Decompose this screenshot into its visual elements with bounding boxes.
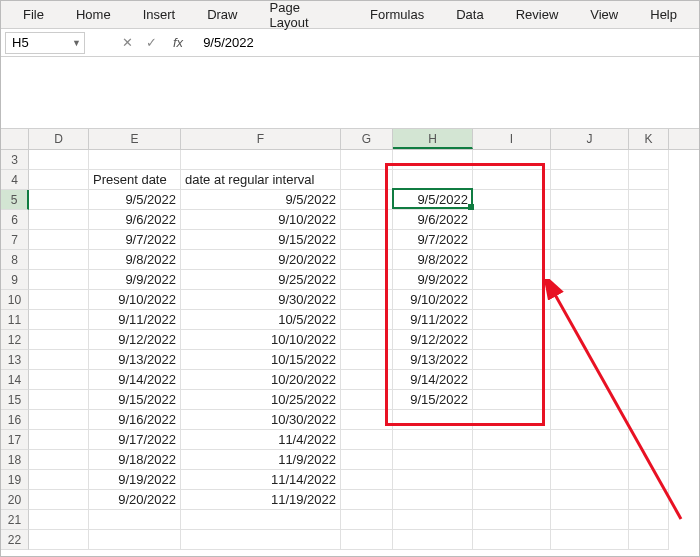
cell[interactable]: 9/11/2022 <box>393 310 473 330</box>
cell[interactable] <box>341 250 393 270</box>
cell[interactable]: 10/20/2022 <box>181 370 341 390</box>
col-header-j[interactable]: J <box>551 129 629 149</box>
cell[interactable] <box>341 310 393 330</box>
row-header-16[interactable]: 16 <box>1 410 29 430</box>
cell[interactable] <box>393 490 473 510</box>
col-header-d[interactable]: D <box>29 129 89 149</box>
cell[interactable] <box>341 170 393 190</box>
cell[interactable] <box>629 370 669 390</box>
row-header-8[interactable]: 8 <box>1 250 29 270</box>
tab-data[interactable]: Data <box>442 3 497 26</box>
cell[interactable] <box>473 150 551 170</box>
cell[interactable]: 10/15/2022 <box>181 350 341 370</box>
col-header-i[interactable]: I <box>473 129 551 149</box>
tab-page-layout[interactable]: Page Layout <box>256 0 353 34</box>
cell[interactable]: 9/14/2022 <box>393 370 473 390</box>
cell[interactable] <box>629 190 669 210</box>
cell[interactable]: 9/8/2022 <box>393 250 473 270</box>
cell[interactable]: 11/9/2022 <box>181 450 341 470</box>
tab-view[interactable]: View <box>576 3 632 26</box>
cell[interactable] <box>341 230 393 250</box>
cell[interactable] <box>341 290 393 310</box>
cancel-icon[interactable]: ✕ <box>119 35 135 50</box>
cell[interactable] <box>341 410 393 430</box>
cell[interactable]: 9/13/2022 <box>393 350 473 370</box>
cell[interactable]: 11/14/2022 <box>181 470 341 490</box>
cell[interactable] <box>341 370 393 390</box>
cell[interactable] <box>393 170 473 190</box>
cell[interactable] <box>341 350 393 370</box>
cell[interactable] <box>629 230 669 250</box>
cell[interactable]: 11/4/2022 <box>181 430 341 450</box>
cell[interactable] <box>341 510 393 530</box>
cell[interactable] <box>89 510 181 530</box>
cell[interactable] <box>341 270 393 290</box>
col-header-g[interactable]: G <box>341 129 393 149</box>
cell[interactable] <box>181 510 341 530</box>
cell[interactable] <box>341 430 393 450</box>
cell[interactable] <box>29 210 89 230</box>
cell[interactable]: 9/11/2022 <box>89 310 181 330</box>
cell[interactable]: 9/9/2022 <box>89 270 181 290</box>
row-header-15[interactable]: 15 <box>1 390 29 410</box>
col-header-h[interactable]: H <box>393 129 473 149</box>
cell[interactable] <box>29 490 89 510</box>
cell[interactable] <box>473 330 551 350</box>
cell[interactable] <box>393 510 473 530</box>
cell[interactable] <box>551 390 629 410</box>
cell[interactable] <box>29 530 89 550</box>
cell[interactable] <box>341 490 393 510</box>
cell[interactable]: 9/12/2022 <box>89 330 181 350</box>
select-all-corner[interactable] <box>1 129 29 149</box>
cell[interactable] <box>29 430 89 450</box>
cell[interactable] <box>629 290 669 310</box>
cell[interactable] <box>341 470 393 490</box>
cell[interactable] <box>629 250 669 270</box>
tab-file[interactable]: File <box>9 3 58 26</box>
cell[interactable] <box>551 190 629 210</box>
cell[interactable] <box>629 530 669 550</box>
cell[interactable]: 9/7/2022 <box>393 230 473 250</box>
cell[interactable] <box>629 490 669 510</box>
chevron-down-icon[interactable]: ▼ <box>72 38 81 48</box>
cell[interactable] <box>551 490 629 510</box>
cell[interactable]: 9/18/2022 <box>89 450 181 470</box>
cell[interactable]: 9/10/2022 <box>181 210 341 230</box>
cell[interactable] <box>473 170 551 190</box>
cell[interactable] <box>393 150 473 170</box>
cell[interactable]: 9/20/2022 <box>89 490 181 510</box>
formula-input[interactable] <box>197 35 497 50</box>
cell[interactable] <box>551 530 629 550</box>
col-header-k[interactable]: K <box>629 129 669 149</box>
spreadsheet-grid[interactable]: D E F G H I J K 34Present datedate at re… <box>1 129 699 550</box>
cell[interactable] <box>473 230 551 250</box>
cell[interactable]: 9/10/2022 <box>89 290 181 310</box>
cell[interactable] <box>29 310 89 330</box>
row-header-4[interactable]: 4 <box>1 170 29 190</box>
cell[interactable] <box>29 250 89 270</box>
cell[interactable] <box>551 330 629 350</box>
row-header-6[interactable]: 6 <box>1 210 29 230</box>
cell[interactable] <box>29 190 89 210</box>
cell[interactable] <box>629 170 669 190</box>
cell[interactable] <box>551 310 629 330</box>
cell[interactable] <box>473 430 551 450</box>
cell[interactable] <box>29 270 89 290</box>
cell[interactable] <box>29 150 89 170</box>
cell[interactable] <box>393 430 473 450</box>
cell[interactable] <box>473 290 551 310</box>
cell[interactable] <box>629 390 669 410</box>
cell[interactable] <box>551 270 629 290</box>
col-header-f[interactable]: F <box>181 129 341 149</box>
cell[interactable] <box>551 170 629 190</box>
cell[interactable] <box>89 530 181 550</box>
cell[interactable] <box>473 190 551 210</box>
cell[interactable]: 9/13/2022 <box>89 350 181 370</box>
cell[interactable] <box>29 410 89 430</box>
cell[interactable] <box>29 390 89 410</box>
cell[interactable] <box>551 210 629 230</box>
cell[interactable] <box>29 230 89 250</box>
cell[interactable] <box>629 150 669 170</box>
cell[interactable] <box>551 510 629 530</box>
cell[interactable] <box>393 410 473 430</box>
